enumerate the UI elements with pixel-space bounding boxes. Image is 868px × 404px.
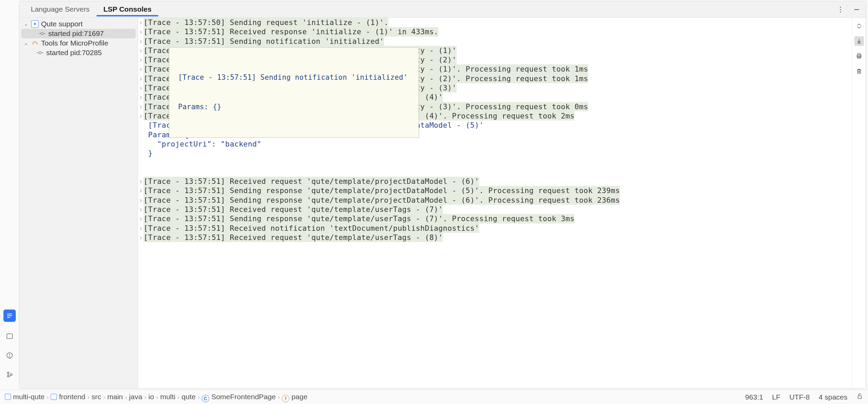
console-line: ›[Trace - 13:57:51] Sending response 'qu…	[138, 214, 847, 223]
console-line: ›[Trace - 13:57:51] Sending notification…	[138, 37, 847, 46]
breadcrumb-item[interactable]: fpage	[282, 393, 308, 401]
vcs-tool-icon[interactable]	[5, 370, 14, 379]
breadcrumb-item[interactable]: frontend	[51, 393, 85, 401]
fold-gutter-icon[interactable]: ›	[138, 195, 144, 205]
fold-gutter-icon[interactable]: ›	[138, 205, 144, 214]
console-toolbar	[852, 18, 866, 388]
breadcrumb-item[interactable]: CSomeFrontendPage	[202, 393, 276, 401]
server-tree: ⌄✦Qute supportstarted pid:71697⌄Tools fo…	[19, 18, 138, 388]
print-icon[interactable]	[854, 51, 864, 61]
tree-label: Qute support	[41, 20, 83, 28]
fold-gutter-icon	[138, 167, 144, 177]
tree-item[interactable]: ⌄Tools for MicroProfile	[19, 38, 138, 48]
terminal-tool-icon[interactable]	[5, 331, 14, 341]
fold-gutter-icon[interactable]: ›	[138, 37, 144, 46]
fold-gutter-icon	[138, 158, 144, 167]
caret-position[interactable]: 963:1	[745, 393, 763, 401]
file-encoding[interactable]: UTF-8	[789, 393, 810, 401]
fold-gutter-icon[interactable]: ›	[138, 46, 144, 55]
console-line: ›[Trace - 13:57:51] Sending response 'qu…	[138, 186, 847, 195]
breadcrumb-item[interactable]: java	[129, 393, 142, 401]
breadcrumb-item[interactable]: main	[107, 393, 123, 401]
fold-gutter-icon[interactable]: ›	[138, 102, 144, 111]
tree-item[interactable]: started pid:71697	[21, 29, 136, 38]
svg-rect-0	[7, 314, 12, 314]
svg-point-9	[10, 374, 12, 376]
fold-gutter-icon[interactable]: ›	[138, 64, 144, 74]
fold-gutter-icon[interactable]: ›	[138, 92, 144, 102]
fold-gutter-icon[interactable]: ›	[138, 177, 144, 186]
fold-gutter-icon	[138, 139, 144, 149]
svg-point-6	[9, 356, 10, 357]
svg-rect-1	[7, 315, 12, 316]
readonly-lock-icon[interactable]	[856, 393, 863, 401]
console-line: ›[Trace - 13:57:51] Received notificatio…	[138, 224, 847, 233]
console-line: ›[Trace - 13:57:51] Received request 'qu…	[138, 233, 847, 242]
console-line: ›[Trace - 13:57:51] Received response 'i…	[138, 27, 847, 36]
breadcrumb-item[interactable]: src	[91, 393, 101, 401]
console-text: }	[144, 149, 153, 158]
chevron-down-icon[interactable]: ⌄	[23, 40, 29, 46]
tree-item[interactable]: ⌄✦Qute support	[19, 19, 138, 29]
active-tool-icon[interactable]	[3, 310, 16, 322]
fold-gutter-icon	[138, 149, 144, 158]
breadcrumb-item[interactable]: io	[148, 393, 154, 401]
breadcrumb-item[interactable]: multi-qute	[5, 393, 45, 401]
console-line	[138, 158, 847, 167]
module-icon	[51, 394, 57, 400]
line-separator[interactable]: LF	[772, 393, 781, 401]
class-icon: C	[202, 395, 209, 402]
trash-icon[interactable]	[854, 66, 864, 76]
chevron-right-icon: ›	[85, 394, 91, 401]
scroll-to-end-icon[interactable]	[854, 36, 864, 46]
console-line	[138, 167, 847, 177]
svg-rect-13	[854, 9, 859, 10]
tree-item[interactable]: started pid:70285	[19, 48, 138, 58]
breadcrumb-item[interactable]: multi	[160, 393, 175, 401]
console-text: [Trace - 13:57:50] Sending request 'init…	[144, 18, 388, 27]
fold-gutter-icon[interactable]: ›	[138, 111, 144, 121]
console-text: [Trace - 13:57:51] Sending response 'qut…	[144, 186, 620, 195]
expand-icon[interactable]	[854, 21, 864, 31]
svg-rect-26	[858, 396, 861, 399]
fold-gutter-icon	[138, 121, 144, 130]
indent-setting[interactable]: 4 spaces	[819, 393, 847, 401]
console-text: [Trace - 13:57:51] Received request 'qut…	[144, 233, 443, 242]
status-bar: multi-qute›frontend›src›main›java›io›mul…	[0, 390, 868, 404]
breadcrumb-item[interactable]: qute	[182, 393, 196, 401]
breadcrumbs[interactable]: multi-qute›frontend›src›main›java›io›mul…	[5, 393, 308, 401]
fold-gutter-icon[interactable]: ›	[138, 55, 144, 64]
more-icon[interactable]	[836, 5, 844, 14]
tree-label: started pid:70285	[46, 49, 102, 57]
chevron-right-icon: ›	[175, 394, 182, 401]
fold-gutter-icon[interactable]: ›	[138, 83, 144, 92]
console-text: "projectUri": "backend"	[144, 139, 261, 149]
fold-gutter-icon[interactable]: ›	[138, 224, 144, 233]
fold-gutter-icon[interactable]: ›	[138, 74, 144, 83]
svg-point-10	[840, 7, 841, 8]
tab-lsp-consoles[interactable]: LSP Consoles	[97, 2, 159, 16]
puzzle-icon: ✦	[31, 20, 39, 28]
console-output[interactable]: ›[Trace - 13:57:50] Sending request 'ini…	[138, 18, 852, 388]
svg-point-17	[39, 52, 41, 54]
chevron-right-icon: ›	[123, 394, 129, 401]
fold-gutter-icon[interactable]: ›	[138, 214, 144, 223]
fold-gutter-icon	[138, 130, 144, 139]
chevron-right-icon: ›	[196, 394, 202, 401]
lsp-panel: Language Servers LSP Consoles ⌄✦Qute sup…	[19, 1, 866, 389]
tree-label: started pid:71697	[48, 29, 104, 38]
chevron-down-icon[interactable]: ⌄	[23, 21, 29, 27]
console-line: ›[Trace - 13:57:50] Sending request 'ini…	[138, 18, 847, 27]
tab-language-servers[interactable]: Language Servers	[24, 2, 97, 16]
fold-gutter-icon[interactable]: ›	[138, 186, 144, 195]
fold-gutter-icon[interactable]: ›	[138, 18, 144, 27]
console-text: [Trace - 13:57:51] Sending notification …	[144, 37, 384, 46]
chevron-right-icon: ›	[142, 394, 148, 401]
svg-rect-2	[7, 317, 10, 318]
fold-gutter-icon[interactable]: ›	[138, 233, 144, 242]
fold-gutter-icon[interactable]: ›	[138, 27, 144, 36]
console-line: }	[138, 149, 847, 158]
minimize-icon[interactable]	[853, 5, 861, 14]
svg-rect-3	[7, 334, 12, 339]
problems-tool-icon[interactable]	[5, 351, 14, 360]
